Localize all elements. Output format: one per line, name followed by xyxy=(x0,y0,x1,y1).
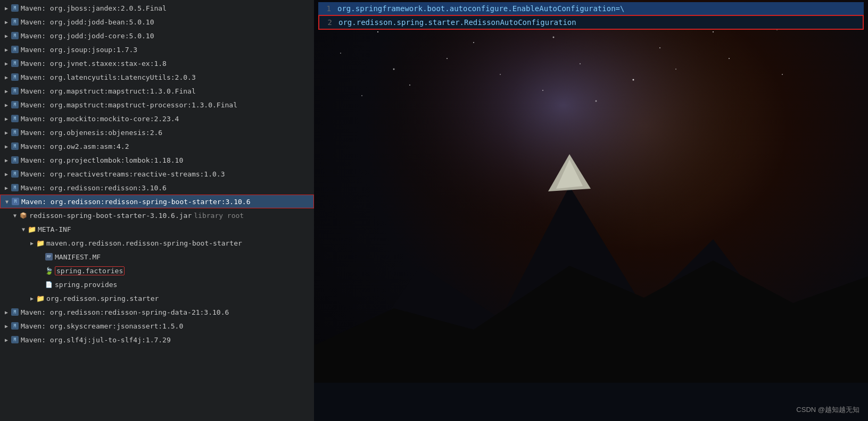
item-label: Maven: org.jodd:jodd-core:5.0.10 xyxy=(21,32,154,40)
item-label: org.redisson.spring.starter xyxy=(46,294,159,302)
maven-icon: M xyxy=(11,335,19,344)
maven-icon: M xyxy=(11,31,19,40)
tree-item-mapstruct[interactable]: M Maven: org.mapstruct:mapstruct:1.3.0.F… xyxy=(0,84,314,98)
svg-rect-30 xyxy=(314,383,868,421)
item-label: Maven: org.objenesis:objenesis:2.6 xyxy=(21,129,162,137)
code-line-2: 2 org.redisson.spring.starter.RedissonAu… xyxy=(319,16,863,29)
jar-icon: 📦 xyxy=(19,211,28,220)
maven-icon: M xyxy=(11,183,19,192)
item-label: Maven: org.ow2.asm:asm:4.2 xyxy=(21,142,129,150)
svg-point-13 xyxy=(340,53,341,54)
background-image xyxy=(314,0,868,421)
item-label: Maven: org.mockito:mockito-core:2.23.4 xyxy=(21,115,179,123)
tree-item-redisson-spring-data[interactable]: M Maven: org.redisson:redisson-spring-da… xyxy=(0,305,314,319)
file-tree-panel: M Maven: org.jboss:jandex:2.0.5.Final M … xyxy=(0,0,314,421)
arrow-jsoup xyxy=(2,45,11,54)
arrow-jsonassert xyxy=(2,322,11,330)
tree-item-latency[interactable]: M Maven: org.latencyutils:LatencyUtils:2… xyxy=(0,70,314,84)
tree-item-stax[interactable]: M Maven: org.jvnet.staxex:stax-ex:1.8 xyxy=(0,56,314,70)
maven-icon: M xyxy=(11,170,19,178)
tree-item-maven-folder[interactable]: 📁 maven.org.redisson.redisson-spring-boo… xyxy=(0,236,314,250)
arrow-reactive xyxy=(2,170,11,178)
tree-item-manifest[interactable]: MF MANIFEST.MF xyxy=(0,250,314,264)
maven-icon: M xyxy=(11,18,19,26)
arrow-asm xyxy=(2,142,11,150)
item-label: redisson-spring-boot-starter-3.10.6.jar xyxy=(29,212,192,220)
item-label: Maven: org.redisson:redisson-spring-boot… xyxy=(21,198,250,206)
item-label: Maven: org.latencyutils:LatencyUtils:2.0… xyxy=(21,73,196,81)
svg-point-7 xyxy=(659,47,660,48)
spring-factories-label-box: spring.factories xyxy=(55,266,125,275)
arrow-maven-folder xyxy=(28,239,36,247)
arrow-slf4j xyxy=(2,335,11,344)
arrow-jodd-core xyxy=(2,31,11,40)
tree-item-jodd-bean[interactable]: M Maven: org.jodd:jodd-bean:5.0.10 xyxy=(0,15,314,29)
svg-point-23 xyxy=(409,85,410,86)
svg-point-15 xyxy=(447,58,448,59)
arrow-jodd-bean xyxy=(2,18,11,26)
tree-item-reactive[interactable]: M Maven: org.reactivestreams:reactive-st… xyxy=(0,167,314,181)
item-label: Maven: org.mapstruct:mapstruct-processor… xyxy=(21,101,237,109)
tree-item-jboss[interactable]: M Maven: org.jboss:jandex:2.0.5.Final xyxy=(0,1,314,15)
arrow-redisson-starter xyxy=(3,197,11,206)
tree-item-asm[interactable]: M Maven: org.ow2.asm:asm:4.2 xyxy=(0,139,314,153)
csdn-watermark: CSDN @越知越无知 xyxy=(796,405,859,415)
svg-point-21 xyxy=(782,74,783,75)
code-line-2-wrapper: 2 org.redisson.spring.starter.RedissonAu… xyxy=(318,15,864,30)
tree-item-spring-factories[interactable]: 🍃 spring.factories xyxy=(0,264,314,277)
tree-item-redisson-starter[interactable]: M Maven: org.redisson:redisson-spring-bo… xyxy=(0,195,314,208)
tree-item-jsoup[interactable]: M Maven: org.jsoup:jsoup:1.7.3 xyxy=(0,43,314,56)
tree-item-jsonassert[interactable]: M Maven: org.skyscreamer:jsonassert:1.5.… xyxy=(0,319,314,333)
mf-icon: MF xyxy=(45,252,53,261)
folder-icon: 📁 xyxy=(36,239,45,247)
maven-icon: M xyxy=(11,197,20,206)
maven-icon: M xyxy=(11,73,19,81)
tree-item-jar-root[interactable]: 📦 redisson-spring-boot-starter-3.10.6.ja… xyxy=(0,208,314,222)
item-label: MANIFEST.MF xyxy=(55,253,101,261)
tree-item-org-redisson-starter[interactable]: 📁 org.redisson.spring.starter xyxy=(0,291,314,305)
arrow-mockito xyxy=(2,114,11,123)
tree-item-mockito[interactable]: M Maven: org.mockito:mockito-core:2.23.4 xyxy=(0,112,314,125)
svg-point-25 xyxy=(596,100,597,102)
arrow-org-redisson xyxy=(28,294,36,302)
tree-item-redisson[interactable]: M Maven: org.redisson:redisson:3.10.6 xyxy=(0,181,314,195)
tree-container: M Maven: org.jboss:jandex:2.0.5.Final M … xyxy=(0,0,314,421)
maven-icon: M xyxy=(11,128,19,137)
arrow-redisson xyxy=(2,183,11,192)
line-number-2: 2 xyxy=(324,18,332,27)
tree-item-mapstruct-proc[interactable]: M Maven: org.mapstruct:mapstruct-process… xyxy=(0,98,314,112)
tree-item-lombok[interactable]: M Maven: org.projectlombok:lombok:1.18.1… xyxy=(0,153,314,167)
tree-item-jodd-core[interactable]: M Maven: org.jodd:jodd-core:5.0.10 xyxy=(0,29,314,43)
item-label: spring.provides xyxy=(55,281,117,289)
tree-item-slf4j[interactable]: M Maven: org.slf4j:jul-to-slf4j:1.7.29 xyxy=(0,333,314,347)
folder-icon: 📁 xyxy=(36,294,45,302)
tree-item-meta-inf[interactable]: 📁 META-INF xyxy=(0,222,314,236)
svg-point-17 xyxy=(580,63,581,64)
item-label: Maven: org.jvnet.staxex:stax-ex:1.8 xyxy=(21,60,167,68)
svg-point-3 xyxy=(473,42,474,43)
arrow-spring-provides xyxy=(36,280,45,289)
tree-item-objenesis[interactable]: M Maven: org.objenesis:objenesis:2.6 xyxy=(0,125,314,139)
item-label: META-INF xyxy=(38,225,71,233)
code-text-1: org.springframework.boot.autoconfigure.E… xyxy=(337,4,624,13)
tree-item-spring-provides[interactable]: 📄 spring.provides xyxy=(0,277,314,291)
maven-icon: M xyxy=(11,87,19,95)
maven-icon: M xyxy=(11,59,19,68)
item-label: Maven: org.redisson:redisson:3.10.6 xyxy=(21,184,167,192)
svg-point-20 xyxy=(729,58,730,59)
arrow-lombok xyxy=(2,156,11,164)
item-label: maven.org.redisson.redisson-spring-boot-… xyxy=(46,239,242,247)
item-label: Maven: org.jsoup:jsoup:1.7.3 xyxy=(21,46,137,54)
svg-point-19 xyxy=(675,69,676,70)
watermark-text: CSDN @越知越无知 xyxy=(796,406,859,414)
line-number-1: 1 xyxy=(323,4,331,13)
arrow-stax xyxy=(2,59,11,68)
maven-icon: M xyxy=(11,142,19,150)
maven-icon: M xyxy=(11,4,19,12)
right-panel: 1 org.springframework.boot.autoconfigure… xyxy=(314,0,868,421)
maven-icon: M xyxy=(11,114,19,123)
item-label: Maven: org.skyscreamer:jsonassert:1.5.0 xyxy=(21,322,183,330)
item-label: Maven: org.slf4j:jul-to-slf4j:1.7.29 xyxy=(21,336,171,344)
code-line-1: 1 org.springframework.boot.autoconfigure… xyxy=(318,2,864,15)
arrow-jar xyxy=(11,211,19,220)
